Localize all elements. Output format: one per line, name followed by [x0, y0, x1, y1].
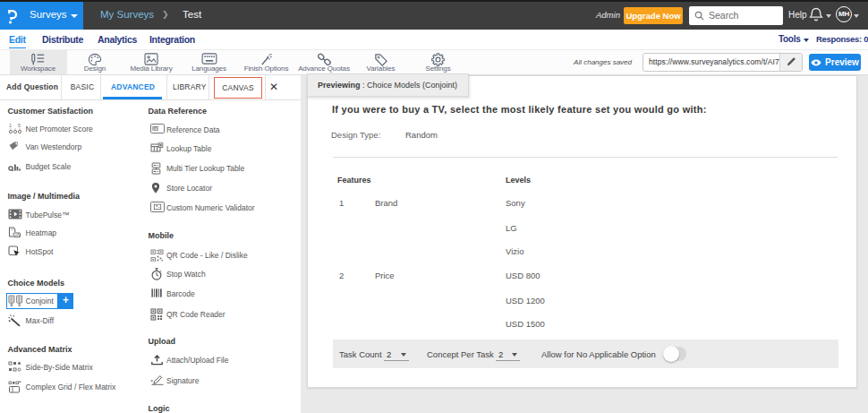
svg-text:?: ?	[11, 228, 13, 232]
svg-text:*: *	[156, 204, 157, 210]
svg-text:•: •	[158, 204, 160, 209]
svg-text:1: 1	[9, 123, 12, 128]
svg-text:5: 5	[18, 123, 21, 128]
svg-text:×: ×	[150, 379, 153, 383]
svg-text:DATA: DATA	[152, 127, 160, 131]
